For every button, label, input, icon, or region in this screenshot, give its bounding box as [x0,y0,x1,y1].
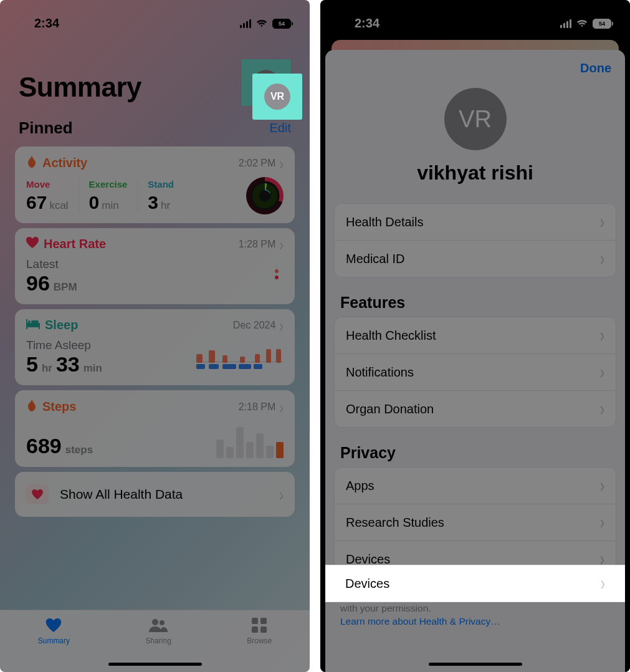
svg-point-3 [28,320,31,323]
home-indicator [429,663,522,666]
activity-timestamp: 2:02 PM [239,158,276,169]
heart-rate-value: 96 [26,271,50,295]
chevron-right-icon: › [279,155,284,172]
health-profile-screen: 2:34 54 Done VR vikhyat rishi Health Det… [320,0,630,672]
chevron-right-icon: › [279,398,284,416]
apps-row[interactable]: Apps › [335,468,616,504]
medical-id-row[interactable]: Medical ID › [335,240,616,277]
move-label: Move [26,179,69,190]
tab-browse[interactable]: Browse [247,617,272,672]
exercise-label: Exercise [89,179,128,190]
wifi-icon [256,19,267,28]
svg-point-5 [152,619,158,625]
flame-icon [26,155,37,171]
notifications-row[interactable]: Notifications › [335,353,616,390]
status-icons: 54 [560,19,611,29]
chevron-right-icon: › [279,486,284,503]
done-button[interactable]: Done [580,61,611,75]
svg-rect-1 [26,319,27,329]
sleep-hours-unit: hr [42,362,52,375]
exercise-value: 0 [89,192,100,213]
sleep-chart [196,347,284,377]
profile-group-1: Health Details › Medical ID › [334,203,616,277]
svg-rect-0 [26,323,40,327]
steps-card[interactable]: Steps 2:18 PM › 689steps [15,390,295,467]
sleep-hours: 5 [26,352,38,377]
grid-icon [252,617,267,634]
chevron-right-icon: › [600,398,604,420]
svg-rect-9 [252,626,258,633]
profile-name: vikhyat rishi [325,161,625,185]
wifi-icon [576,19,588,28]
heart-icon [26,237,39,251]
chevron-right-icon: › [600,211,604,233]
activity-card-title: Activity [42,156,87,170]
health-checklist-row[interactable]: Health Checklist › [335,317,616,353]
sleep-timestamp: Dec 2024 [233,320,276,331]
sleep-card[interactable]: Sleep Dec 2024 › Time Asleep 5hr 33min [15,309,295,385]
chevron-right-icon: › [279,317,284,334]
avatar-initials: VR [459,106,492,133]
svg-rect-4 [31,320,39,323]
health-summary-screen: 2:34 54 Summary VR Pinned Edit [0,0,310,672]
people-icon [149,617,168,634]
home-indicator [108,663,202,666]
privacy-learn-more-link[interactable]: Learn more about Health & Privacy… [340,616,500,626]
health-details-row[interactable]: Health Details › [335,204,616,240]
chevron-right-icon: › [600,511,604,534]
tab-browse-label: Browse [247,636,272,645]
profile-avatar-large[interactable]: VR [444,88,507,150]
flame-icon [26,399,37,415]
chevron-right-icon: › [600,361,604,383]
status-icons: 54 [240,19,291,29]
sleep-metric-label: Time Asleep [26,338,102,352]
avatar-highlight-top[interactable]: VR [252,74,302,120]
steps-chart [216,421,284,458]
chevron-right-icon: › [600,324,604,347]
battery-icon: 54 [593,19,611,29]
steps-title: Steps [42,400,76,414]
move-unit: kcal [49,199,68,212]
show-all-health-data-row[interactable]: Show All Health Data › [15,472,295,517]
devices-row-highlight[interactable]: Devices › [325,565,625,602]
activity-rings-icon [246,177,284,214]
privacy-header: Privacy [325,444,625,467]
steps-value: 689 [26,434,62,458]
organ-donation-row[interactable]: Organ Donation › [335,390,616,427]
exercise-unit: min [102,199,118,212]
heart-rate-timestamp: 1:28 PM [239,239,276,250]
heart-badge-icon [26,484,49,504]
battery-icon: 54 [272,19,291,29]
cellular-icon [560,19,571,28]
stand-label: Stand [148,179,174,190]
sleep-title: Sleep [45,318,78,332]
svg-point-6 [160,620,165,625]
research-studies-row[interactable]: Research Studies › [335,504,616,540]
tab-summary[interactable]: Summary [38,617,70,672]
chevron-right-icon: › [279,236,284,253]
heart-rate-card[interactable]: Heart Rate 1:28 PM › Latest 96BPM [15,228,295,304]
heart-rate-title: Heart Rate [44,237,106,251]
heart-rate-latest-label: Latest [26,257,77,271]
svg-rect-2 [39,323,40,329]
features-header: Features [325,294,625,317]
sleep-minutes-unit: min [84,362,102,375]
stand-value: 3 [148,192,158,213]
svg-rect-7 [252,618,258,624]
profile-avatar-button[interactable]: VR [264,84,290,110]
steps-timestamp: 2:18 PM [239,401,276,413]
svg-rect-10 [260,626,267,633]
cellular-icon [240,19,251,28]
sleep-minutes: 33 [56,352,80,377]
chevron-right-icon: › [600,474,604,497]
status-bar: 2:34 54 [320,0,630,34]
tab-sharing-label: Sharing [145,636,171,645]
show-all-label: Show All Health Data [60,487,268,502]
bed-icon [26,318,40,332]
svg-rect-8 [260,618,267,624]
heart-fill-icon [45,617,62,634]
status-time: 2:34 [34,16,59,31]
chevron-right-icon: › [600,247,604,270]
activity-card[interactable]: Activity 2:02 PM › Move 67kcal Ex [15,146,295,223]
edit-button[interactable]: Edit [270,121,291,135]
